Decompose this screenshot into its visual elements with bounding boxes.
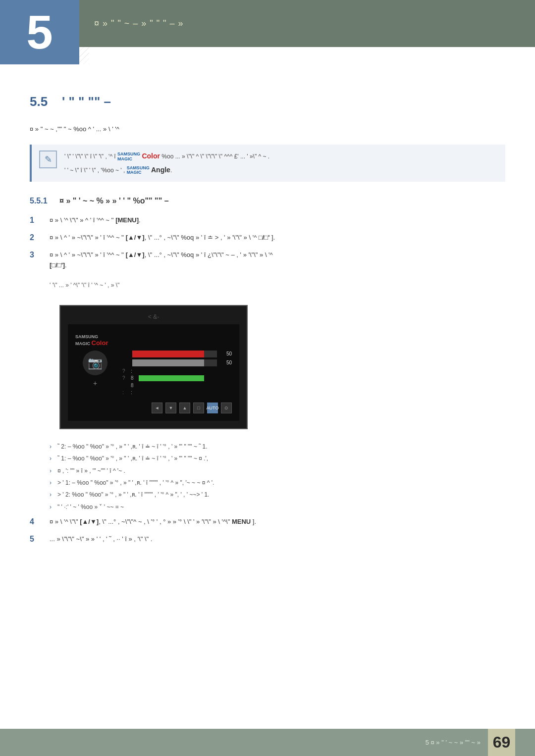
tv-left-panel: 📷 +	[75, 351, 115, 387]
intro-block: ¤ » " ~ ~ ,"" " ~ %oo ^ ' ... » \ ' '^	[30, 124, 505, 135]
tv-btn-up[interactable]: ▲	[179, 403, 190, 413]
step-3-note: ' '\" ... » ' ^\" '\" î ' '^ ~ ' , » \"	[50, 281, 505, 290]
step-2-number: 2	[30, 233, 42, 242]
tv-right-panel: 50 50 ? :	[122, 351, 232, 397]
subsection-number: 5.5.1	[30, 197, 48, 205]
tv-list-text-4: :	[131, 390, 132, 395]
tv-slider-gray-bar	[132, 359, 217, 366]
page-number: 69	[488, 729, 515, 756]
step-4-number: 4	[30, 517, 42, 526]
footer-bar: 5 ¤ » " ' ~ ~ » "" ~ » 69	[0, 729, 535, 756]
tv-list-text-3: 8	[131, 383, 134, 388]
step-5-number: 5	[30, 534, 42, 544]
note-text: ' \" ' \"\" \" î \" '\" , '^ î SAMSUNGMA…	[64, 151, 269, 176]
sub-note-4: > ' 1: – %oo " %oo" » '° , » " ' ,ʀ. ' î…	[50, 478, 505, 488]
footer-text: 5 ¤ » " ' ~ ~ » "" ~ »	[426, 739, 481, 746]
sub-note-6: " ' ·:' ' ~ ' %oo » ˅ ' ~~ = ~	[50, 502, 505, 512]
tv-list-icon-2: ?	[122, 375, 128, 381]
tv-list-bar	[139, 375, 205, 381]
step-3-text: ¤ » \ ^ ' » ~\"\"\" » ' î '^^ ~ '' [▲/▼]…	[50, 250, 505, 271]
step-5-text: ... » \"\"\" ~\" » » ' ' , ' ˜ , ·· ' î …	[50, 534, 505, 545]
note-line-1: ' \" ' \"\" \" î \" '\" , '^ î SAMSUNGMA…	[64, 151, 269, 162]
camera-icon: 📷	[83, 351, 107, 375]
subsection-title: ¤ » " ' ~ ~ % » » ' ' " %o"" "" –	[59, 197, 169, 205]
tv-list-icon-4: :	[122, 390, 128, 395]
step-5: 5 ... » \"\"\" ~\" » » ' ' , ' ˜ , ·· ' …	[30, 534, 505, 545]
tv-list-item-2: ? 8	[122, 375, 232, 381]
intro-line-1: ¤ » " ~ ~ ,"" " ~ %oo ^ ' ... » \ ' '^	[30, 124, 505, 135]
step-4: 4 ¤ » \ '^ \"\" [▲/▼], \" ...° , ~\"\"^ …	[30, 517, 505, 527]
sub-note-3: ¤ , ': "" » î » , '" ~"" ' î ^ '~ .	[50, 466, 505, 476]
sub-notes: ˜ 2: – %oo " %oo" » '° , » " ' ,ʀ. ' î ≐…	[50, 442, 505, 512]
sub-note-2: ˜ 1: – %oo " %oo" » '° , » " ' ,ʀ. ' î ≐…	[50, 454, 505, 463]
tv-list-text-1: :	[131, 368, 132, 374]
step-1-number: 1	[30, 215, 42, 225]
tv-menu-area: 📷 + 50	[75, 351, 232, 397]
main-content: 5.5 ' " " "" – ¤ » " ~ ~ ,"" " ~ %oo ^ '…	[0, 64, 535, 614]
tv-slider-red-value: 50	[219, 351, 232, 356]
tv-btn-down[interactable]: ▼	[165, 403, 176, 413]
note-line-2: ' ' ~ \" î \" ' \" , '%oo ~ ' , SAMSUNGM…	[64, 164, 269, 176]
tv-caption: < &-	[68, 313, 239, 320]
chapter-block: 5	[0, 0, 79, 64]
header-bar: ¤ » " " ~ – » " " " – »	[79, 0, 535, 47]
tv-slider-red-fill	[132, 351, 204, 357]
tv-slider-gray-fill	[132, 359, 204, 366]
section-5-5-heading: 5.5 ' " " "" –	[30, 94, 505, 109]
tv-list-item-4: : :	[122, 390, 232, 395]
note-icon: ✎	[39, 151, 57, 168]
tv-bottom-bar: ◄ ▼ ▲ □ AUTO ⊙	[75, 403, 232, 413]
header-text: ¤ » " " ~ – » " " " – »	[94, 18, 184, 29]
tv-list-icon-1: ?	[122, 368, 128, 374]
steps-4-5-list: 4 ¤ » \ '^ \"\" [▲/▼], \" ...° , ~\"\"^ …	[30, 517, 505, 545]
tv-screen: SAMSUNG MAGIC Color 📷 +	[68, 324, 239, 421]
steps-list: 1 ¤ » \ '^ \"\" » ^ ' î '^^ ~ '' [MENU].…	[30, 215, 505, 270]
step-3: 3 ¤ » \ ^ ' » ~\"\"\" » ' î '^^ ~ '' [▲/…	[30, 250, 505, 271]
tv-screenshot: < &- SAMSUNG MAGIC Color 📷 +	[59, 305, 248, 429]
tv-slider-gray: 50	[122, 359, 232, 366]
tv-btn-square[interactable]: □	[193, 403, 204, 413]
tv-list-text-2: 8	[131, 375, 134, 381]
tv-screenshot-container: < &- SAMSUNG MAGIC Color 📷 +	[59, 305, 248, 429]
tv-logo: SAMSUNG MAGIC Color	[75, 334, 232, 347]
subsection-5-5-1-heading: 5.5.1 ¤ » " ' ~ ~ % » » ' ' " %o"" "" –	[30, 197, 505, 205]
tv-btn-auto[interactable]: AUTO	[207, 403, 218, 413]
tv-plus: +	[93, 379, 97, 387]
tv-list-item-3: 8	[122, 383, 232, 388]
tv-btn-left[interactable]: ◄	[152, 403, 162, 413]
tv-btn-settings[interactable]: ⊙	[221, 403, 232, 413]
sub-note-1: ˜ 2: – %oo " %oo" » '° , » " ' ,ʀ. ' î ≐…	[50, 442, 505, 452]
step-1: 1 ¤ » \ '^ \"\" » ^ ' î '^^ ~ '' [MENU].	[30, 215, 505, 226]
tv-slider-red: 50	[122, 351, 232, 357]
section-5-5-title: ' " " "" –	[62, 94, 111, 109]
step-4-text: ¤ » \ '^ \"\" [▲/▼], \" ...° , ~\"\"^ ~ …	[50, 517, 505, 527]
section-5-5-number: 5.5	[30, 94, 48, 109]
sub-note-5: > ' 2: %oo " %oo" » '° , » " ' ,ʀ. ' î "…	[50, 490, 505, 500]
step-1-text: ¤ » \ '^ \"\" » ^ ' î '^^ ~ '' [MENU].	[50, 215, 505, 226]
tv-list-item-1: ? :	[122, 368, 232, 374]
tv-slider-gray-value: 50	[219, 360, 232, 365]
step-2-text: ¤ » \ ^ ' » ~\"\"\" » ' î '^^ ~ '' [▲/▼]…	[50, 233, 505, 243]
note-box: ✎ ' \" ' \"\" \" î \" '\" , '^ î SAMSUNG…	[30, 145, 505, 182]
chapter-number: 5	[26, 8, 53, 56]
step-3-number: 3	[30, 250, 42, 259]
tv-slider-red-bar	[132, 351, 217, 357]
step-2: 2 ¤ » \ ^ ' » ~\"\"\" » ' î '^^ ~ '' [▲/…	[30, 233, 505, 243]
